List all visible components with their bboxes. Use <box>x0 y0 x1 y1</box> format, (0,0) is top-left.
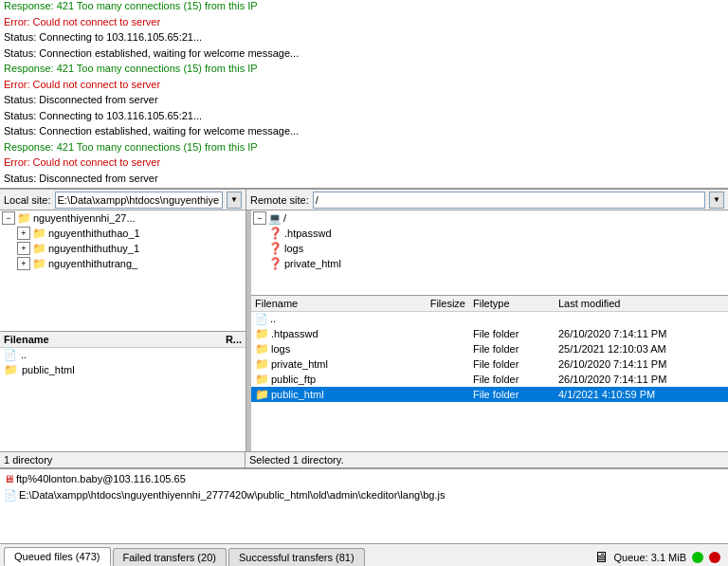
right-col-filename: Filename <box>255 298 407 309</box>
log-line: Error: Could not connect to server <box>4 14 724 30</box>
indicator-green <box>692 552 703 563</box>
right-panel: −💻/❓.htpasswd❓logs❓private_html Filename… <box>251 210 728 451</box>
table-row[interactable]: 📁public_ftp File folder 26/10/2020 7:14:… <box>251 372 728 387</box>
queue-status-label: Queue: 3.1 MiB <box>614 552 686 563</box>
file-name: public_html <box>22 364 75 375</box>
local-site-input[interactable] <box>55 192 223 209</box>
tree-item-label: nguyenthithuthuy_1 <box>48 243 139 254</box>
queue-log: 🖥ftp%40lonton.baby@103.116.105.65📄E:\Dat… <box>0 469 728 543</box>
file-modified: 25/1/2021 12:10:03 AM <box>558 343 691 355</box>
panels-row: −📁nguyenthiyennhi_27...+📁nguyenthithutha… <box>0 210 728 451</box>
remote-site-bar: Remote site: ▼ <box>246 190 728 210</box>
log-label: Status: <box>4 31 39 43</box>
log-text: 421 Too many connections (15) from this … <box>57 0 258 11</box>
table-row[interactable]: 📄.. <box>251 312 728 326</box>
tab-queued[interactable]: Queued files (473) <box>4 547 111 566</box>
list-item[interactable]: 📁public_html <box>0 362 246 377</box>
log-panel: Status: Connecting to 103.116.105.62...S… <box>0 0 728 190</box>
indicator-red <box>709 552 720 563</box>
parent-icon: 📄 <box>4 349 17 361</box>
question-icon: ❓ <box>268 257 282 270</box>
tree-expander[interactable]: + <box>17 227 30 240</box>
folder-icon: 📁 <box>32 242 46 255</box>
remote-site-input[interactable] <box>313 192 705 209</box>
tree-expander[interactable]: − <box>253 211 266 225</box>
right-file-header[interactable]: Filename Filesize Filetype Last modified <box>251 296 728 312</box>
list-item[interactable]: 📄.. <box>0 348 246 362</box>
site-bars: Local site: ▼ Remote site: ▼ <box>0 190 728 210</box>
parent-icon: 📄 <box>255 313 268 324</box>
file-name: 📁public_html <box>255 388 407 401</box>
folder-icon: 📁 <box>255 373 269 386</box>
log-text: Connecting to 103.116.105.65:21... <box>39 110 202 121</box>
log-text: Could not connect to server <box>33 79 161 90</box>
file-modified: 4/1/2021 4:10:59 PM <box>558 389 691 400</box>
local-site-label: Local site: <box>4 194 51 206</box>
log-text: Could not connect to server <box>33 156 161 168</box>
file-name: 📄.. <box>255 313 407 325</box>
file-type: File folder <box>473 343 558 355</box>
file-type: File folder <box>473 358 558 370</box>
folder-icon: 📁 <box>255 327 269 340</box>
log-line: Status: Connection established, waiting … <box>4 123 724 139</box>
middle-section: Local site: ▼ Remote site: ▼ −📁nguyenthi… <box>0 190 728 467</box>
tree-item[interactable]: +📁nguyenthithuthao_1 <box>0 226 246 241</box>
log-label: Response: <box>4 141 57 153</box>
tree-item[interactable]: ❓.htpasswd <box>251 226 728 241</box>
status-right: 🖥 Queue: 3.1 MiB <box>593 549 728 566</box>
log-label: Error: <box>4 156 33 168</box>
table-row[interactable]: 📁private_html File folder 26/10/2020 7:1… <box>251 356 728 372</box>
log-line: Status: Connection established, waiting … <box>4 46 724 62</box>
tree-item[interactable]: ❓logs <box>251 241 728 256</box>
status-icon-group: 🖥 <box>593 549 609 566</box>
folder-icon: 📁 <box>32 257 46 270</box>
root-icon: 💻 <box>268 212 282 225</box>
log-text: Disconnected from server <box>39 173 157 184</box>
log-line: Status: Connecting to 103.116.105.65:21.… <box>4 29 724 46</box>
tree-expander[interactable]: + <box>17 242 30 255</box>
log-text: Connecting to 103.116.105.65:21... <box>39 31 202 43</box>
tree-item-label: / <box>283 212 286 224</box>
table-row[interactable]: 📁public_html File folder 4/1/2021 4:10:5… <box>251 387 728 402</box>
tree-root[interactable]: −📁nguyenthiyennhi_27... <box>0 210 246 226</box>
tab-failed[interactable]: Failed transfers (20) <box>113 548 227 566</box>
log-line: Response: 421 Too many connections (15) … <box>4 61 724 77</box>
log-label: Status: <box>4 125 39 137</box>
file-type: File folder <box>473 389 558 400</box>
table-row[interactable]: 📁.htpasswd File folder 26/10/2020 7:14:1… <box>251 326 728 341</box>
remote-site-dropdown[interactable]: ▼ <box>709 192 724 209</box>
log-label: Response: <box>4 0 57 11</box>
right-files[interactable]: Filename Filesize Filetype Last modified… <box>251 296 728 451</box>
remote-site-label: Remote site: <box>250 194 309 206</box>
tree-expander[interactable]: − <box>2 211 15 225</box>
log-label: Error: <box>4 16 33 27</box>
log-label: Status: <box>4 173 39 184</box>
bottom-panels: 1 directory Selected 1 directory. <box>0 451 728 467</box>
tree-expander[interactable]: + <box>17 257 30 270</box>
tree-item[interactable]: +📁nguyenthithuthuy_1 <box>0 241 246 256</box>
folder-icon: 📁 <box>4 363 18 376</box>
log-label: Error: <box>4 79 33 90</box>
tree-item-label: nguyenthithutrang_ <box>48 258 137 269</box>
left-file-header[interactable]: Filename R... <box>0 332 246 348</box>
log-line: Response: 421 Too many connections (15) … <box>4 139 724 155</box>
tree-item[interactable]: −💻/ <box>251 210 728 226</box>
tab-successful[interactable]: Successful transfers (81) <box>228 548 365 566</box>
left-tree[interactable]: −📁nguyenthiyennhi_27...+📁nguyenthithutha… <box>0 210 246 332</box>
tree-item[interactable]: ❓private_html <box>251 256 728 271</box>
tree-item[interactable]: +📁nguyenthithutrang_ <box>0 256 246 271</box>
question-icon: ❓ <box>268 227 282 240</box>
tree-item-label: nguyenthithuthao_1 <box>48 228 140 239</box>
log-label: Status: <box>4 94 39 105</box>
log-text: 421 Too many connections (15) from this … <box>57 141 258 153</box>
left-files[interactable]: Filename R... 📄..📁public_html <box>0 332 246 452</box>
table-row[interactable]: 📁logs File folder 25/1/2021 12:10:03 AM <box>251 341 728 356</box>
log-label: Status: <box>4 110 39 121</box>
tree-label: nguyenthiyennhi_27... <box>33 212 136 224</box>
tree-item-label: logs <box>284 243 303 254</box>
local-site-dropdown[interactable]: ▼ <box>227 192 242 209</box>
right-tree[interactable]: −💻/❓.htpasswd❓logs❓private_html <box>251 210 728 296</box>
log-text: Could not connect to server <box>33 16 161 27</box>
question-icon: ❓ <box>268 242 282 255</box>
server-icon: 🖥 <box>4 473 14 484</box>
